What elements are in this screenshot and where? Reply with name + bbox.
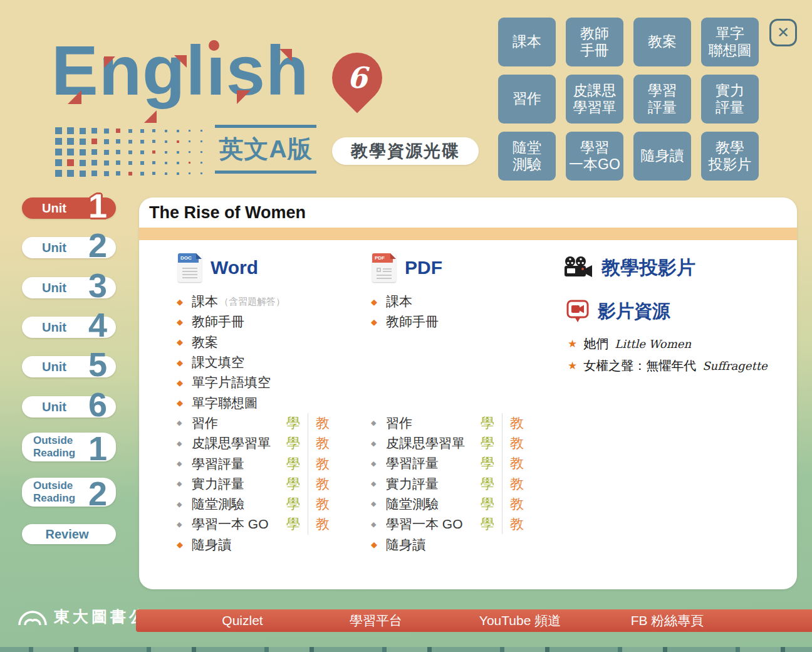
diamond-bullet-icon: ◆: [177, 540, 192, 549]
learn-link[interactable]: 學: [279, 434, 308, 453]
list-item[interactable]: ◆ 單字聯想圖: [177, 392, 337, 413]
diamond-bullet-icon: ◆: [177, 358, 192, 367]
diamond-bullet-icon: ◆: [177, 520, 192, 528]
list-item[interactable]: ◆ 單字片語填空: [177, 372, 337, 392]
sidebar-item-unit-5[interactable]: Unit 5: [22, 356, 116, 377]
disc-title-badge: 教學資源光碟: [332, 137, 479, 165]
diamond-bullet-icon: ◆: [371, 317, 386, 327]
menu-button-pics-worksheet[interactable]: 皮課思 學習單: [566, 75, 623, 124]
video-item[interactable]: ★ 女權之聲：無懼年代 Suffragette: [568, 355, 782, 377]
star-icon: ★: [568, 359, 577, 372]
list-item[interactable]: ◆ 教師手冊: [177, 312, 337, 332]
menu-button-teaching-slides[interactable]: 教學 投影片: [701, 132, 759, 181]
menu-button-lesson-plan[interactable]: 教案: [633, 18, 691, 66]
diamond-bullet-icon: ◆: [177, 480, 192, 488]
footer-link-youtube[interactable]: YouTube 頻道: [479, 609, 561, 632]
star-icon: ★: [568, 337, 577, 350]
sidebar-item-review[interactable]: Review: [22, 524, 116, 544]
learn-link[interactable]: 學: [473, 515, 502, 534]
learn-link[interactable]: 學: [279, 515, 308, 534]
teach-link[interactable]: 教: [502, 454, 531, 473]
learn-link[interactable]: 學: [279, 414, 308, 433]
menu-button-textbook[interactable]: 課本: [498, 18, 556, 66]
teach-link[interactable]: 教: [308, 434, 337, 453]
footer-link-learning-platform[interactable]: 學習平台: [350, 609, 402, 632]
sidebar-item-unit-2[interactable]: Unit 2: [22, 237, 116, 258]
diamond-bullet-icon: ◆: [177, 297, 192, 307]
teach-link[interactable]: 教: [502, 475, 531, 493]
list-item[interactable]: ◆ 課本: [371, 292, 531, 312]
word-heading: Word: [211, 257, 258, 278]
list-item: ◆ 隨堂測驗 學教: [177, 494, 337, 514]
list-item: ◆ 隨堂測驗 學教: [371, 494, 531, 514]
learn-link[interactable]: 學: [473, 475, 502, 493]
learn-link[interactable]: 學: [279, 455, 308, 473]
diamond-bullet-icon: ◆: [371, 480, 386, 488]
teach-link[interactable]: 教: [308, 455, 337, 473]
diamond-bullet-icon: ◆: [371, 520, 386, 528]
teach-link[interactable]: 教: [308, 475, 337, 493]
diamond-bullet-icon: ◆: [177, 337, 192, 347]
unit-number: 2: [88, 480, 107, 508]
teaching-slides-header[interactable]: 教學投影片: [563, 253, 782, 283]
sidebar-item-unit-4[interactable]: Unit 4: [22, 317, 116, 338]
list-item: ◆ 實力評量 學教: [177, 474, 337, 494]
teach-link[interactable]: 教: [502, 434, 531, 453]
teach-link[interactable]: 教: [308, 414, 337, 433]
footer-link-facebook[interactable]: FB 粉絲專頁: [631, 609, 704, 632]
word-section: DOC Word ◆ 課本 （含習題解答） ◆ 教師手冊 ◆: [177, 253, 341, 555]
menu-button-ability-assessment[interactable]: 實力 評量: [701, 75, 759, 124]
learn-link[interactable]: 學: [473, 454, 502, 473]
list-item[interactable]: ◆ 隨身讀: [371, 534, 531, 554]
pdf-heading: PDF: [405, 257, 442, 278]
sidebar-item-outside-reading-1[interactable]: Outside Reading 1: [22, 433, 116, 461]
sidebar-item-outside-reading-2[interactable]: Outside Reading 2: [22, 478, 116, 507]
learn-link[interactable]: 學: [279, 475, 308, 493]
menu-button-learning-assessment[interactable]: 學習 評量: [633, 75, 691, 124]
teach-link[interactable]: 教: [308, 515, 337, 534]
list-item[interactable]: ◆ 教案: [177, 332, 337, 352]
edition-label: 英文A版: [215, 125, 316, 174]
menu-button-pocket-reader[interactable]: 隨身讀: [633, 132, 691, 181]
list-item[interactable]: ◆ 課本 （含習題解答）: [177, 292, 337, 312]
video-item[interactable]: ★ 她們 Little Women: [568, 333, 782, 355]
teach-link[interactable]: 教: [502, 495, 531, 513]
diamond-bullet-icon: ◆: [177, 500, 192, 508]
diamond-bullet-icon: ◆: [177, 419, 192, 427]
list-item[interactable]: ◆ 課文填空: [177, 352, 337, 372]
learn-link[interactable]: 學: [473, 434, 502, 453]
teach-link[interactable]: 教: [308, 495, 337, 513]
pdf-section: PDF PDF ◆ 課本 ◆ 教師手冊 ◆: [371, 253, 535, 555]
unit-number: 1: [88, 192, 107, 221]
teach-link[interactable]: 教: [502, 414, 531, 433]
list-item[interactable]: ◆ 隨身讀: [177, 535, 337, 555]
menu-button-workbook[interactable]: 習作: [498, 75, 556, 124]
learn-link[interactable]: 學: [279, 495, 308, 513]
unit-number: 3: [88, 271, 107, 300]
sidebar-item-unit-6[interactable]: Unit 6: [22, 396, 116, 418]
list-item[interactable]: ◆ 教師手冊: [371, 312, 531, 332]
film-projector-icon: [564, 256, 593, 280]
list-item: ◆ 實力評量 學教: [371, 473, 531, 493]
teach-link[interactable]: 教: [502, 515, 531, 534]
sidebar-item-unit-3[interactable]: Unit 3: [22, 277, 116, 298]
video-resources-heading: 影片資源: [598, 299, 670, 324]
logo-i-dot: [209, 40, 219, 51]
menu-button-word-map[interactable]: 單字 聯想圖: [701, 18, 759, 66]
unit-number: 4: [88, 311, 107, 340]
diamond-bullet-icon: ◆: [371, 540, 386, 549]
menu-button-teacher-manual[interactable]: 教師 手冊: [566, 18, 623, 66]
menu-button-learn-go[interactable]: 學習 一本GO: [566, 132, 623, 181]
video-bubble-icon: [566, 300, 589, 323]
footer-link-quizlet[interactable]: Quizlet: [222, 609, 263, 632]
footer-link-bar: Quizlet 學習平台 YouTube 頻道 FB 粉絲專頁: [136, 609, 812, 632]
close-button[interactable]: ✕: [769, 19, 797, 46]
logo-accent: [144, 110, 157, 123]
video-list: ★ 她們 Little Women ★ 女權之聲：無懼年代 Suffragett…: [563, 333, 782, 377]
menu-button-quiz[interactable]: 隨堂 測驗: [498, 132, 556, 181]
list-item: ◆ 習作 學教: [177, 413, 337, 433]
list-item: ◆ 皮課思學習單 學教: [371, 433, 531, 453]
learn-link[interactable]: 學: [473, 414, 502, 433]
sidebar-item-unit-1[interactable]: Unit 1: [22, 197, 116, 219]
learn-link[interactable]: 學: [473, 495, 502, 513]
